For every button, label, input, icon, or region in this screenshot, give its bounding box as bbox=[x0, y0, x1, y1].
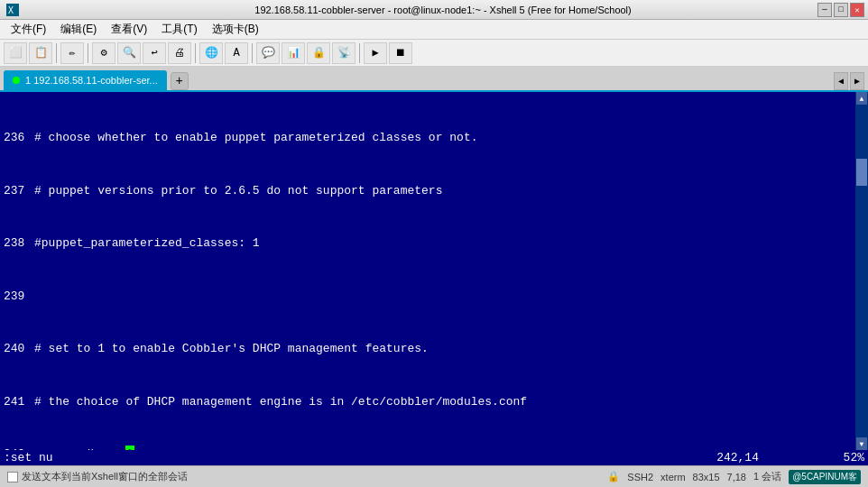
toolbar-btn-9[interactable]: A bbox=[225, 42, 248, 64]
status-badge: @5CAPINUM客 bbox=[789, 470, 861, 484]
toolbar-btn-7[interactable]: 🖨 bbox=[168, 42, 191, 64]
title-bar: X 192.168.58.11-cobbler-server - root@li… bbox=[0, 0, 868, 20]
line-238: 238#puppet_parameterized_classes: 1 bbox=[4, 234, 852, 253]
toolbar-btn-open[interactable]: 📋 bbox=[29, 42, 52, 64]
menu-tools[interactable]: 工具(T) bbox=[154, 20, 204, 39]
toolbar-separator-2 bbox=[88, 43, 88, 63]
toolbar-btn-13[interactable]: 📡 bbox=[332, 42, 356, 64]
terminal-content[interactable]: 236# choose whether to enable puppet par… bbox=[0, 92, 855, 450]
toolbar-btn-11[interactable]: 📊 bbox=[282, 42, 305, 64]
toolbar-btn-5[interactable]: 🔍 bbox=[117, 42, 141, 64]
new-tab-button[interactable]: + bbox=[171, 72, 189, 90]
vim-status-bar: :set nu 242,14 52% bbox=[0, 450, 868, 465]
menu-bar: 文件(F) 编辑(E) 查看(V) 工具(T) 选项卡(B) bbox=[0, 20, 868, 40]
menu-edit[interactable]: 编辑(E) bbox=[53, 20, 104, 39]
app-icon: X bbox=[5, 3, 20, 17]
status-bar-left: 发送文本到当前Xshell窗口的全部会话 bbox=[7, 470, 602, 483]
menu-file[interactable]: 文件(F) bbox=[4, 20, 53, 39]
tab-active-indicator bbox=[13, 77, 20, 84]
line-239: 239 bbox=[4, 288, 852, 306]
send-all-checkbox[interactable] bbox=[7, 472, 18, 482]
maximize-button[interactable]: □ bbox=[834, 3, 848, 17]
title-bar-text: 192.168.58.11-cobbler-server - root@linu… bbox=[23, 5, 863, 15]
vim-position: 242,14 52% bbox=[716, 451, 864, 464]
window-controls: ─ □ ✕ bbox=[817, 3, 864, 17]
status-bar: 发送文本到当前Xshell窗口的全部会话 🔒 SSH2 xterm 83x15 … bbox=[0, 465, 868, 487]
tab-next-button[interactable]: ▶ bbox=[850, 72, 864, 90]
cursor: 1 bbox=[125, 446, 134, 450]
line-240: 240# set to 1 to enable Cobbler's DHCP m… bbox=[4, 340, 852, 358]
close-button[interactable]: ✕ bbox=[850, 3, 864, 17]
scrollbar-up[interactable]: ▲ bbox=[856, 92, 867, 105]
status-terminal-type: xterm bbox=[660, 472, 686, 482]
status-lock-icon: 🔒 bbox=[607, 471, 620, 482]
toolbar-btn-6[interactable]: ↩ bbox=[143, 42, 166, 64]
status-bar-right: 🔒 SSH2 xterm 83x15 7,18 1 会话 @5CAPINUM客 bbox=[607, 470, 861, 484]
toolbar: ⬜ 📋 ✏️ ⚙️ 🔍 ↩ 🖨 🌐 A 💬 📊 🔒 📡 ▶ ⏹ bbox=[0, 40, 868, 67]
tab-label: 1 192.168.58.11-cobbler-ser... bbox=[25, 75, 158, 86]
tab-navigation: ◀ ▶ bbox=[834, 72, 864, 90]
toolbar-btn-3[interactable]: ✏️ bbox=[60, 42, 84, 64]
menu-tabs[interactable]: 选项卡(B) bbox=[205, 20, 266, 39]
app-window: X 192.168.58.11-cobbler-server - root@li… bbox=[0, 0, 868, 487]
toolbar-btn-12[interactable]: 🔒 bbox=[307, 42, 330, 64]
tab-prev-button[interactable]: ◀ bbox=[834, 72, 848, 90]
status-dimensions: 83x15 bbox=[693, 472, 720, 482]
toolbar-separator-4 bbox=[252, 43, 253, 63]
scrollbar-thumb[interactable] bbox=[856, 159, 867, 186]
toolbar-separator-5 bbox=[359, 43, 360, 63]
toolbar-btn-new[interactable]: ⬜ bbox=[4, 42, 27, 64]
line-242: 242manage_dhcp: 1 bbox=[4, 446, 852, 450]
line-236: 236# choose whether to enable puppet par… bbox=[4, 129, 852, 147]
menu-view[interactable]: 查看(V) bbox=[104, 20, 154, 39]
toolbar-btn-10[interactable]: 💬 bbox=[256, 42, 280, 64]
status-sessions: 1 会话 bbox=[753, 470, 781, 483]
toolbar-btn-4[interactable]: ⚙️ bbox=[92, 42, 115, 64]
line-237: 237# puppet versions prior to 2.6.5 do n… bbox=[4, 182, 852, 200]
status-ssh: SSH2 bbox=[627, 472, 653, 482]
status-position: 7,18 bbox=[727, 472, 746, 482]
toolbar-btn-8[interactable]: 🌐 bbox=[199, 42, 223, 64]
minimize-button[interactable]: ─ bbox=[817, 3, 832, 17]
line-241: 241# the choice of DHCP management engin… bbox=[4, 393, 852, 411]
session-tab[interactable]: 1 192.168.58.11-cobbler-ser... bbox=[4, 70, 167, 90]
toolbar-separator-1 bbox=[56, 43, 57, 63]
terminal[interactable]: 236# choose whether to enable puppet par… bbox=[0, 92, 868, 450]
vim-command: :set nu bbox=[4, 451, 53, 464]
send-all-label: 发送文本到当前Xshell窗口的全部会话 bbox=[22, 470, 188, 483]
scrollbar[interactable]: ▲ ▼ bbox=[855, 92, 868, 450]
svg-text:X: X bbox=[8, 5, 14, 15]
toolbar-separator-3 bbox=[195, 43, 196, 63]
toolbar-btn-15[interactable]: ⏹ bbox=[389, 42, 412, 64]
toolbar-btn-14[interactable]: ▶ bbox=[364, 42, 387, 64]
scrollbar-down[interactable]: ▼ bbox=[856, 437, 867, 450]
tab-bar: 1 192.168.58.11-cobbler-ser... + ◀ ▶ bbox=[0, 67, 868, 92]
terminal-wrapper: 236# choose whether to enable puppet par… bbox=[0, 92, 868, 465]
